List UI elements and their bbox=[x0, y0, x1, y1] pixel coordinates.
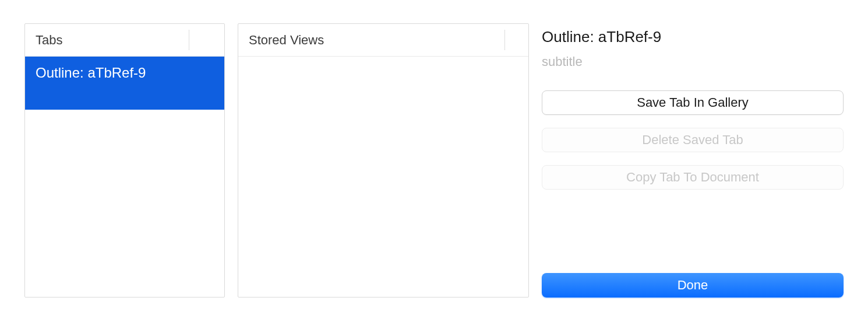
stored-views-panel: Stored Views bbox=[238, 23, 529, 298]
stored-views-header[interactable]: Stored Views bbox=[238, 24, 528, 57]
detail-panel: Outline: aTbRef-9 Save Tab In Gallery De… bbox=[542, 23, 844, 298]
tabs-gallery-dialog: Tabs Outline: aTbRef-9 Stored Views Outl… bbox=[0, 0, 868, 315]
copy-tab-to-document-button: Copy Tab To Document bbox=[542, 165, 844, 190]
stored-views-body[interactable] bbox=[238, 57, 528, 297]
save-tab-in-gallery-button[interactable]: Save Tab In Gallery bbox=[542, 90, 844, 115]
tabs-list-item[interactable]: Outline: aTbRef-9 bbox=[25, 57, 224, 110]
tabs-list-header-label: Tabs bbox=[36, 33, 62, 48]
tabs-list-item-label: Outline: aTbRef-9 bbox=[36, 65, 146, 80]
stored-views-header-label: Stored Views bbox=[249, 33, 324, 48]
tabs-list-panel: Tabs Outline: aTbRef-9 bbox=[24, 23, 225, 298]
tabs-list-header[interactable]: Tabs bbox=[25, 24, 224, 57]
done-button[interactable]: Done bbox=[542, 273, 844, 298]
subtitle-input[interactable] bbox=[542, 54, 844, 69]
spacer bbox=[542, 202, 844, 273]
column-divider bbox=[189, 30, 189, 50]
column-divider bbox=[504, 30, 505, 50]
delete-saved-tab-button: Delete Saved Tab bbox=[542, 128, 844, 152]
tabs-list-body[interactable]: Outline: aTbRef-9 bbox=[25, 57, 224, 297]
detail-title: Outline: aTbRef-9 bbox=[542, 28, 844, 46]
